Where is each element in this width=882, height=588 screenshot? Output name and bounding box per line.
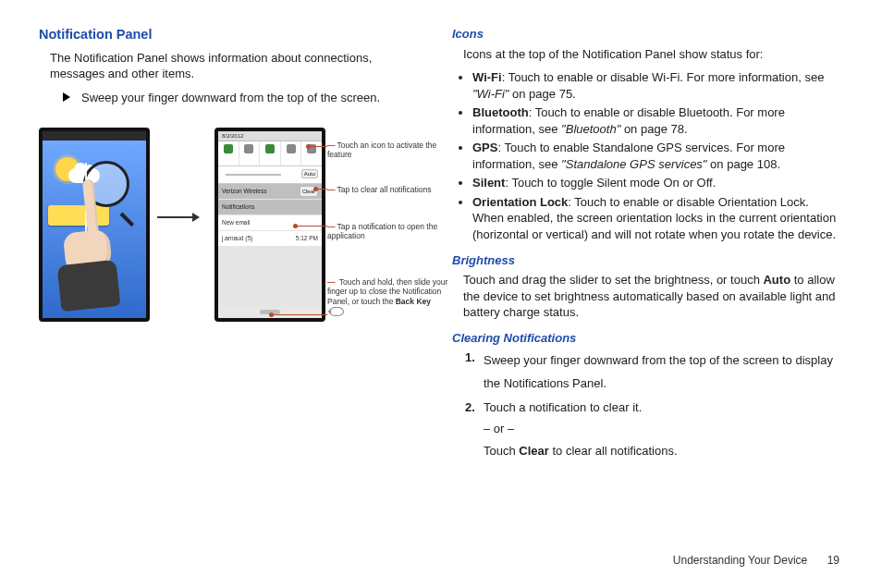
bullet-wifi: Wi-Fi: Touch to enable or disable Wi-Fi.… — [472, 69, 839, 102]
callout-activate-icon: Touch an icon to activate the feature — [327, 141, 436, 159]
instruction-row: Sweep your finger downward from the top … — [39, 90, 419, 106]
footer-page-number: 19 — [827, 554, 839, 567]
phone-notification-panel: 8/2/2012 Auto Verizon Wireless Clear — [214, 128, 325, 322]
gps-toggle-icon[interactable] — [260, 141, 281, 165]
callout-clear-all: Tap to clear all notifications — [337, 185, 432, 194]
brightness-text: Touch and drag the slider to set the bri… — [463, 272, 839, 321]
footer-section: Understanding Your Device — [673, 554, 807, 567]
notification-item-sub: j.arnaud (5) 5:12 PM — [218, 231, 322, 247]
callout-open-app: Tap a notification to open the applicati… — [327, 222, 437, 240]
notifications-header: Notifications — [218, 200, 322, 215]
play-triangle-icon — [63, 92, 70, 102]
status-bar — [43, 131, 146, 141]
orientation-lock-toggle-icon[interactable] — [301, 141, 322, 165]
bullet-silent: Silent: Touch to toggle Silent mode On o… — [472, 175, 839, 191]
bullet-bluetooth: Bluetooth: Touch to enable or disable Bl… — [472, 104, 839, 137]
silent-toggle-icon[interactable] — [281, 141, 302, 165]
notification-item[interactable]: New email — [218, 215, 322, 231]
heading-brightness: Brightness — [452, 252, 839, 269]
step-or: – or – — [484, 421, 839, 437]
intro-text: The Notification Panel shows information… — [50, 50, 419, 82]
callout-close-panel: Touch and hold, then slide your finger u… — [327, 277, 447, 315]
clearing-steps: 1. Sweep your finger downward from the t… — [465, 349, 839, 415]
wifi-toggle-icon[interactable] — [218, 141, 239, 165]
weather-widget — [48, 205, 109, 226]
panel-date: 8/2/2012 — [218, 131, 322, 141]
page-footer: Understanding Your Device 19 — [673, 553, 839, 568]
back-key-icon — [329, 307, 344, 316]
bullet-gps: GPS: Touch to enable Standalone GPS serv… — [472, 140, 839, 172]
step-1: 1. Sweep your finger downward from the t… — [465, 349, 839, 395]
step-clear-all: Touch Clear to clear all notifications. — [484, 443, 839, 459]
instruction-text: Sweep your finger downward from the top … — [81, 90, 380, 106]
bullet-orientation-lock: Orientation Lock: Touch to enable or dis… — [472, 194, 839, 243]
hand-gesture-icon — [59, 226, 124, 318]
bluetooth-toggle-icon[interactable] — [239, 141, 261, 165]
figure-notification-panel: 8/2/2012 Auto Verizon Wireless Clear — [39, 124, 419, 364]
heading-notification-panel: Notification Panel — [39, 26, 419, 44]
transition-arrow-icon — [157, 216, 198, 218]
icon-bullet-list: Wi-Fi: Touch to enable or disable Wi-Fi.… — [472, 69, 839, 242]
heading-clearing-notifications: Clearing Notifications — [452, 330, 839, 347]
carrier-row: Verizon Wireless Clear — [218, 184, 322, 200]
heading-icons: Icons — [452, 26, 839, 43]
step-2: 2. Touch a notification to clear it. — [465, 399, 839, 416]
notification-list: New email j.arnaud (5) 5:12 PM — [218, 215, 322, 247]
auto-brightness-chip[interactable]: Auto — [301, 169, 318, 178]
icons-intro: Icons at the top of the Notification Pan… — [463, 46, 839, 63]
brightness-row[interactable]: Auto — [218, 166, 322, 184]
